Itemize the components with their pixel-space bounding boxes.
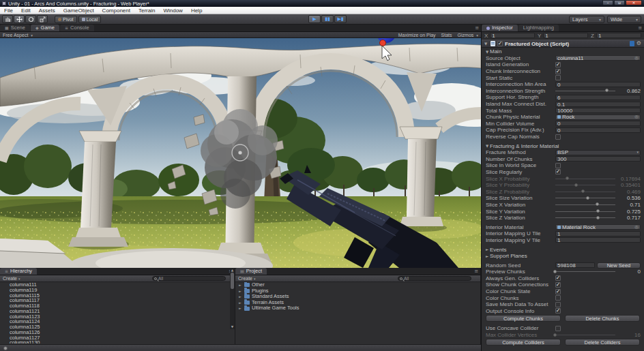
slider-knob[interactable]	[605, 89, 609, 92]
slider-slice-z-probability[interactable]	[555, 192, 615, 192]
tab-inspector[interactable]: Inspector	[482, 25, 518, 31]
slider-slice-x-probability[interactable]	[555, 179, 615, 179]
gear-icon[interactable]: ⚙	[636, 41, 641, 46]
chevron-right-icon[interactable]: ►	[239, 294, 242, 300]
chevron-right-icon[interactable]: ►	[239, 288, 242, 294]
minimize-button[interactable]: –	[602, 0, 613, 5]
object-field-interior-material[interactable]: Material Rock◎	[555, 224, 641, 230]
object-field-source-object[interactable]: columna11◎	[555, 55, 641, 61]
y-value-field[interactable]: 1	[543, 33, 588, 38]
input-support-hor-strength[interactable]: 6	[555, 95, 641, 100]
input-interior-mapping-v-tile[interactable]: 1	[555, 237, 641, 243]
checkbox-always-gen-colliders[interactable]: ✓	[555, 275, 561, 281]
slider-slice-y-variation[interactable]	[555, 211, 615, 212]
object-field-chunk-physic-material[interactable]: Rock◎	[555, 115, 641, 120]
tab-lightmapping[interactable]: Lightmapping	[518, 25, 559, 31]
maximize-on-play-toggle[interactable]: Maximize on Play	[398, 33, 436, 37]
checkbox-island-generation[interactable]: ✓	[555, 62, 561, 67]
checkbox-save-mesh-data-to-asset[interactable]	[555, 302, 561, 307]
menu-item-component[interactable]: Component	[98, 7, 134, 14]
local-toggle-button[interactable]: Local	[78, 16, 102, 23]
menu-item-assets[interactable]: Assets	[35, 7, 59, 14]
slider-interconnection-strength[interactable]	[555, 91, 615, 91]
z-value-field[interactable]: 1	[596, 33, 641, 38]
tab-game[interactable]: ◆ Game	[31, 25, 59, 31]
aspect-dropdown[interactable]: Free Aspect ▾	[3, 33, 33, 37]
stats-toggle[interactable]: Stats	[441, 33, 452, 37]
menu-item-edit[interactable]: Edit	[17, 7, 35, 14]
slider-knob[interactable]	[596, 202, 599, 206]
checkbox-chunk-interconnection[interactable]: ✓	[555, 69, 561, 74]
button-delete-chunks[interactable]: Delete Chunks	[565, 315, 640, 322]
checkbox-reverse-cap-normals[interactable]	[555, 134, 561, 140]
dropdown-fracture-method[interactable]: BSP▾	[555, 150, 641, 155]
checkbox-color-chunks[interactable]	[555, 295, 561, 301]
checkbox-output-console-info[interactable]: ✓	[555, 308, 561, 314]
maximize-button[interactable]: ▫	[614, 0, 625, 5]
play-button[interactable]: ▶	[308, 15, 321, 23]
project-create-button[interactable]: Create ▾	[238, 276, 256, 281]
scroll-down-icon[interactable]: ▼	[230, 324, 235, 329]
slider-knob[interactable]	[586, 196, 589, 200]
slider-max-collider-vertices[interactable]	[555, 335, 615, 335]
checkbox-show-chunk-connections[interactable]: ✓	[555, 282, 561, 288]
input-total-mass[interactable]: 10000	[555, 108, 641, 113]
checkbox-color-chunk-state[interactable]: ✓	[555, 289, 561, 294]
input-random-seed[interactable]: 598108	[555, 262, 595, 268]
scrollbar-thumb[interactable]	[231, 273, 234, 289]
menu-item-gameobject[interactable]: GameObject	[59, 7, 98, 14]
project-folder-ultimate-game-tools[interactable]: ►Ultimate Game Tools	[235, 305, 480, 311]
slider-slice-z-variation[interactable]	[555, 217, 615, 218]
hierarchy-item-columna1130[interactable]: columna1130	[0, 340, 235, 344]
slider-knob[interactable]	[566, 177, 569, 180]
pivot-toggle-button[interactable]: Pivot	[55, 16, 77, 23]
slider-knob[interactable]	[553, 333, 557, 337]
checkbox-use-concave-collider[interactable]	[555, 326, 561, 331]
tab-hierarchy[interactable]: ≡ Hierarchy	[0, 268, 37, 275]
layers-dropdown[interactable]: Layers ▾	[569, 16, 604, 23]
component-enabled-checkbox[interactable]: ✓	[497, 41, 503, 46]
hierarchy-search-input[interactable]: All	[152, 276, 226, 281]
tab-scene[interactable]: ▦ Scene	[0, 25, 30, 31]
gizmos-dropdown[interactable]: Gizmos ▾	[458, 33, 478, 37]
hierarchy-create-button[interactable]: Create ▾	[3, 276, 20, 281]
menu-item-window[interactable]: Window	[159, 7, 186, 14]
layout-dropdown[interactable]: Wide ▾	[607, 16, 641, 23]
x-value-field[interactable]: 1	[490, 33, 535, 38]
menu-item-terrain[interactable]: Terrain	[134, 7, 159, 14]
console-status-icon[interactable]	[3, 346, 8, 350]
input-island-max-connect-dist[interactable]: 0.1	[555, 102, 641, 107]
input-number-of-chunks[interactable]: 300	[555, 156, 641, 162]
slider-preview-chunks[interactable]	[555, 271, 615, 272]
scale-tool-button[interactable]	[37, 15, 48, 23]
slider-knob[interactable]	[596, 209, 600, 213]
input-interior-mapping-u-tile[interactable]: 1	[555, 231, 641, 236]
chevron-right-icon[interactable]: ►	[239, 300, 242, 306]
button-compute-colliders[interactable]: Compute Colliders	[486, 339, 561, 346]
tab-project[interactable]: ▤ Project	[235, 268, 267, 275]
rotate-tool-button[interactable]	[25, 15, 36, 23]
slider-knob[interactable]	[596, 216, 600, 219]
slider-knob[interactable]	[553, 270, 557, 273]
menu-item-help[interactable]: Help	[187, 7, 206, 14]
slider-slice-y-probability[interactable]	[555, 185, 615, 185]
object-picker-icon[interactable]: ◎	[634, 56, 639, 61]
tab-console[interactable]: ≡ Console	[60, 25, 94, 31]
close-button[interactable]: ×	[626, 0, 642, 5]
checkbox-start-static[interactable]	[555, 75, 561, 80]
panel-menu-icon[interactable]: ≡	[475, 25, 479, 31]
panel-menu-icon[interactable]: ≡	[474, 268, 478, 275]
project-folder-other[interactable]: ►Other	[235, 282, 480, 288]
project-search-input[interactable]: All	[398, 276, 471, 281]
new-seed-button[interactable]: New Seed	[597, 262, 641, 269]
checkbox-slice-in-world-space[interactable]	[555, 163, 561, 168]
hand-tool-button[interactable]	[2, 15, 13, 23]
scroll-up-icon[interactable]: ▲	[230, 268, 235, 273]
slider-knob[interactable]	[581, 189, 585, 193]
pause-button[interactable]: ▮▮	[321, 15, 334, 23]
game-viewport[interactable]	[0, 38, 481, 268]
button-delete-colliders[interactable]: Delete Colliders	[565, 339, 640, 346]
slider-slice-x-variation[interactable]	[555, 204, 615, 205]
hierarchy-scrollbar[interactable]: ▲ ▼	[230, 268, 235, 329]
chevron-right-icon[interactable]: ►	[239, 305, 242, 311]
